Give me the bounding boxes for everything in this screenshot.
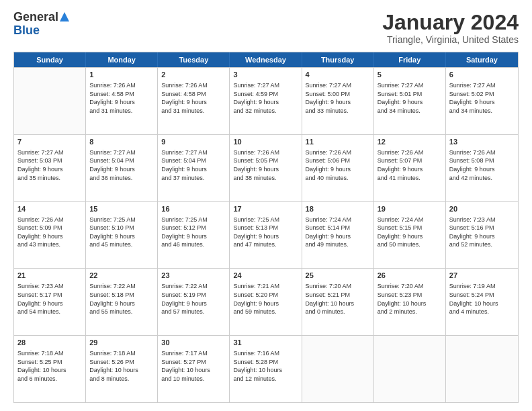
day-number: 22 [89,271,154,281]
cell-line: Sunset: 5:05 PM [233,156,298,165]
day-number: 17 [233,204,298,214]
cell-line: Daylight: 10 hours [306,300,370,308]
day-number: 6 [449,70,515,80]
day-number: 1 [89,70,154,80]
day-number: 4 [306,70,370,80]
cell-line: Sunset: 5:18 PM [89,291,154,300]
cell-line: Sunset: 4:58 PM [161,90,226,99]
day-number: 11 [306,137,370,147]
cell-line: Sunset: 5:03 PM [17,156,82,165]
calendar-cell: 12Sunrise: 7:26 AMSunset: 5:07 PMDayligh… [374,135,446,201]
calendar-cell [302,336,374,402]
calendar-cell [14,68,86,134]
cell-line: Daylight: 9 hours [378,165,442,174]
calendar-cell: 9Sunrise: 7:27 AMSunset: 5:04 PMDaylight… [158,135,230,201]
calendar-cell: 28Sunrise: 7:18 AMSunset: 5:25 PMDayligh… [14,336,86,402]
cell-line: Sunrise: 7:27 AM [161,148,226,157]
cell-line: Sunrise: 7:26 AM [449,148,515,157]
title-month: January 2024 [382,11,519,34]
cell-line: Sunset: 5:12 PM [161,224,226,232]
day-number: 31 [233,338,298,348]
cell-line: Sunrise: 7:26 AM [17,216,82,224]
cell-line: and 37 minutes. [161,174,226,183]
cell-line: Sunrise: 7:27 AM [89,148,154,157]
cell-line: and 55 minutes. [89,308,154,316]
cell-line: and 43 minutes. [17,240,82,249]
day-number: 13 [449,137,515,147]
cell-line: Daylight: 9 hours [449,98,515,107]
cell-line: and 42 minutes. [449,174,515,183]
cell-line: and 0 minutes. [306,308,370,316]
calendar-cell: 17Sunrise: 7:25 AMSunset: 5:13 PMDayligh… [230,202,302,269]
cell-line: Sunset: 5:17 PM [17,291,82,300]
cell-line: Sunset: 5:00 PM [306,90,370,99]
cell-line: and 33 minutes. [306,107,370,116]
cell-line: Sunrise: 7:20 AM [378,282,442,291]
cell-line: Sunset: 5:24 PM [449,291,515,300]
cell-line: and 45 minutes. [89,240,154,249]
day-number: 30 [161,338,226,348]
cell-line: Sunrise: 7:27 AM [449,81,515,90]
cell-line: Sunrise: 7:17 AM [161,349,226,358]
cell-line: Daylight: 9 hours [233,300,298,308]
cell-line: Sunset: 5:20 PM [233,291,298,300]
day-number: 18 [306,204,370,214]
cell-line: Sunrise: 7:25 AM [233,216,298,224]
cell-line: Sunrise: 7:18 AM [89,349,154,358]
calendar-row: 14Sunrise: 7:26 AMSunset: 5:09 PMDayligh… [14,201,518,269]
cell-line: and 34 minutes. [449,107,515,116]
calendar-cell: 24Sunrise: 7:21 AMSunset: 5:20 PMDayligh… [230,269,302,335]
day-number: 8 [89,137,154,147]
cell-line: Daylight: 10 hours [17,366,82,375]
cell-line: and 4 minutes. [449,308,515,316]
cell-line: Daylight: 10 hours [378,300,442,308]
cell-line: and 57 minutes. [161,308,226,316]
calendar-body: 1Sunrise: 7:26 AMSunset: 4:58 PMDaylight… [14,67,518,402]
day-number: 24 [233,271,298,281]
cell-line: Daylight: 10 hours [233,366,298,375]
cell-line: Sunrise: 7:27 AM [17,148,82,157]
calendar-cell: 27Sunrise: 7:19 AMSunset: 5:24 PMDayligh… [446,269,518,335]
calendar-cell: 25Sunrise: 7:20 AMSunset: 5:21 PMDayligh… [302,269,374,335]
calendar-header-cell: Saturday [446,52,518,67]
calendar-cell: 7Sunrise: 7:27 AMSunset: 5:03 PMDaylight… [14,135,86,201]
calendar-cell: 5Sunrise: 7:27 AMSunset: 5:01 PMDaylight… [374,68,446,134]
logo-blue-text: Blue [13,24,40,38]
cell-line: Daylight: 9 hours [233,98,298,107]
cell-line: Sunrise: 7:16 AM [233,349,298,358]
cell-line: Daylight: 9 hours [17,165,82,174]
day-number: 9 [161,137,226,147]
day-number: 26 [378,271,442,281]
calendar-cell: 29Sunrise: 7:18 AMSunset: 5:26 PMDayligh… [86,336,158,402]
cell-line: Sunset: 5:07 PM [378,156,442,165]
calendar-header-cell: Sunday [14,52,86,67]
cell-line: and 52 minutes. [449,240,515,249]
calendar-header-cell: Tuesday [158,52,230,67]
cell-line: Daylight: 9 hours [378,232,442,241]
cell-line: and 47 minutes. [233,240,298,249]
cell-line: and 10 minutes. [161,375,226,383]
cell-line: Sunrise: 7:26 AM [233,148,298,157]
calendar-cell: 8Sunrise: 7:27 AMSunset: 5:04 PMDaylight… [86,135,158,201]
cell-line: Sunset: 5:08 PM [449,156,515,165]
day-number: 25 [306,271,370,281]
cell-line: Sunset: 5:27 PM [161,358,226,367]
cell-line: Daylight: 10 hours [449,300,515,308]
cell-line: Sunrise: 7:21 AM [233,282,298,291]
cell-line: Sunrise: 7:25 AM [89,216,154,224]
cell-line: Sunrise: 7:27 AM [306,81,370,90]
cell-line: Daylight: 9 hours [89,98,154,107]
cell-line: Sunset: 5:02 PM [449,90,515,99]
title-location: Triangle, Virginia, United States [382,34,519,45]
cell-line: Daylight: 9 hours [17,300,82,308]
cell-line: Daylight: 9 hours [306,98,370,107]
calendar-cell: 31Sunrise: 7:16 AMSunset: 5:28 PMDayligh… [230,336,302,402]
cell-line: Daylight: 9 hours [89,232,154,241]
day-number: 28 [17,338,82,348]
day-number: 14 [17,204,82,214]
cell-line: Sunrise: 7:25 AM [161,216,226,224]
day-number: 2 [161,70,226,80]
cell-line: Daylight: 9 hours [449,232,515,241]
cell-line: and 31 minutes. [89,107,154,116]
calendar-header-cell: Friday [374,52,446,67]
